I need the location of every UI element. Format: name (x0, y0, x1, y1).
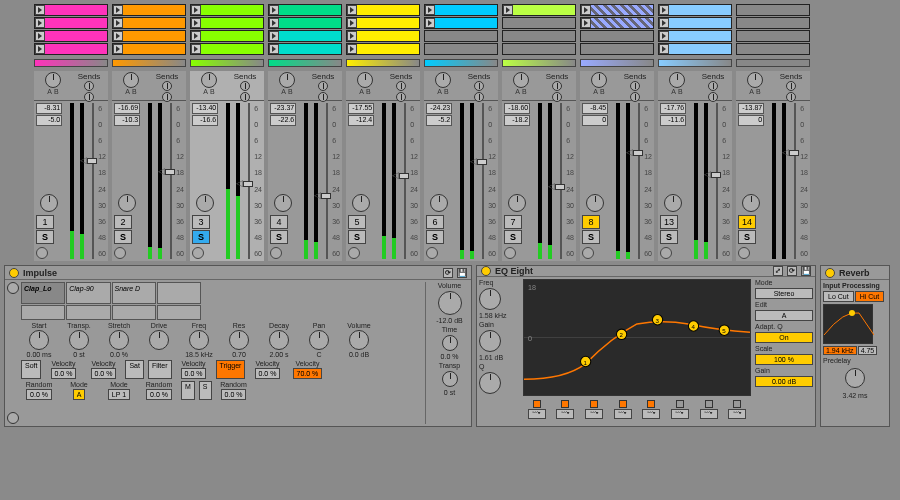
pan-knob[interactable] (279, 72, 295, 88)
save-icon[interactable]: 💾 (801, 266, 811, 276)
clip-slot[interactable] (658, 30, 732, 42)
vol-readout[interactable]: -5.0 (36, 115, 62, 126)
filter-display[interactable] (823, 304, 873, 344)
play-icon[interactable] (113, 18, 123, 28)
solo-button[interactable]: S (738, 230, 756, 244)
clip-slot[interactable] (346, 4, 420, 16)
clip-slot[interactable] (268, 17, 342, 29)
expand-icon[interactable]: ⤢ (773, 266, 783, 276)
predelay-knob[interactable] (845, 368, 865, 388)
volume-fader[interactable] (248, 103, 250, 259)
solo-button[interactable]: S (192, 230, 210, 244)
record-arm[interactable] (426, 247, 438, 259)
pan-knob[interactable] (747, 72, 763, 88)
pan-knob[interactable] (123, 72, 139, 88)
filter-bw-value[interactable]: 4.75 (858, 346, 878, 355)
track-automation[interactable] (268, 59, 342, 67)
track-knob[interactable] (430, 194, 448, 212)
filter-button[interactable]: Filter (148, 360, 172, 379)
track-activator[interactable]: 5 (348, 215, 366, 229)
track-automation[interactable] (190, 59, 264, 67)
param-value[interactable]: A (73, 389, 86, 400)
param-value[interactable]: 0.0 % (146, 389, 172, 400)
send-a-knob[interactable] (708, 81, 718, 91)
band-enable[interactable] (561, 400, 569, 408)
play-icon[interactable] (581, 5, 591, 15)
send-a-knob[interactable] (630, 81, 640, 91)
clip-slot[interactable] (190, 30, 264, 42)
track-automation[interactable] (424, 59, 498, 67)
sample-pad[interactable] (157, 305, 201, 320)
clip-slot[interactable] (112, 43, 186, 55)
play-icon[interactable] (347, 44, 357, 54)
res-knob[interactable] (229, 330, 249, 350)
filter-freq-value[interactable]: 1.94 kHz (823, 346, 857, 355)
play-icon[interactable] (347, 31, 357, 41)
clip-slot[interactable] (34, 17, 108, 29)
pan-knob[interactable] (357, 72, 373, 88)
clip-slot[interactable] (346, 43, 420, 55)
play-icon[interactable] (425, 18, 435, 28)
record-arm[interactable] (348, 247, 360, 259)
param-value[interactable]: 0.0 % (26, 389, 52, 400)
send-b-knob[interactable] (162, 92, 172, 102)
clip-slot[interactable] (580, 30, 654, 42)
vol-readout[interactable]: -10.3 (114, 115, 140, 126)
clip-slot[interactable] (34, 4, 108, 16)
play-icon[interactable] (191, 44, 201, 54)
track-automation[interactable] (502, 59, 576, 67)
clip-slot[interactable] (112, 4, 186, 16)
start-knob[interactable] (29, 330, 49, 350)
volume-fader[interactable] (638, 103, 640, 259)
output-gain-value[interactable]: 0.00 dB (755, 376, 813, 387)
band-enable[interactable] (619, 400, 627, 408)
track-knob[interactable] (742, 194, 760, 212)
band-shape-select[interactable]: 〰▾ (614, 409, 632, 419)
band-enable[interactable] (533, 400, 541, 408)
clip-slot[interactable] (268, 43, 342, 55)
pan-knob[interactable] (201, 72, 217, 88)
global-time-knob[interactable] (442, 335, 458, 351)
send-b-knob[interactable] (552, 92, 562, 102)
param-value[interactable]: LP 1 (108, 389, 130, 400)
solo-button[interactable]: S (660, 230, 678, 244)
play-icon[interactable] (35, 18, 45, 28)
solo-button[interactable]: S (582, 230, 600, 244)
send-b-knob[interactable] (240, 92, 250, 102)
solo-button[interactable]: S (114, 230, 132, 244)
volume-fader[interactable] (716, 103, 718, 259)
drive-knob[interactable] (149, 330, 169, 350)
clip-slot[interactable] (346, 17, 420, 29)
play-icon[interactable] (659, 44, 669, 54)
vol-readout[interactable]: 0 (582, 115, 608, 126)
play-icon[interactable] (191, 5, 201, 15)
clip-slot[interactable] (112, 17, 186, 29)
sample-pad[interactable] (66, 305, 110, 320)
vol-readout[interactable]: -11.6 (660, 115, 686, 126)
play-icon[interactable] (35, 31, 45, 41)
clip-slot[interactable] (424, 30, 498, 42)
send-b-knob[interactable] (84, 92, 94, 102)
global-transp-knob[interactable] (442, 371, 458, 387)
sample-pad[interactable] (21, 305, 65, 320)
play-icon[interactable] (581, 18, 591, 28)
clip-slot[interactable] (736, 30, 810, 42)
lo-cut-tab[interactable]: Lo Cut (823, 291, 854, 302)
volume-fader[interactable] (482, 103, 484, 259)
track-knob[interactable] (40, 194, 58, 212)
vol-readout[interactable]: -5.2 (426, 115, 452, 126)
play-icon[interactable] (35, 5, 45, 15)
clip-slot[interactable] (190, 43, 264, 55)
band-enable[interactable] (590, 400, 598, 408)
trigger-button[interactable]: Trigger (216, 360, 246, 379)
sample-pad[interactable] (112, 305, 156, 320)
band-shape-select[interactable]: 〰▾ (728, 409, 746, 419)
power-icon[interactable] (9, 268, 19, 278)
solo-button[interactable]: S (36, 230, 54, 244)
play-icon[interactable] (503, 5, 513, 15)
clip-slot[interactable] (424, 4, 498, 16)
clip-slot[interactable] (268, 30, 342, 42)
track-automation[interactable] (658, 59, 732, 67)
track-automation[interactable] (736, 59, 810, 67)
clip-slot[interactable] (580, 17, 654, 29)
